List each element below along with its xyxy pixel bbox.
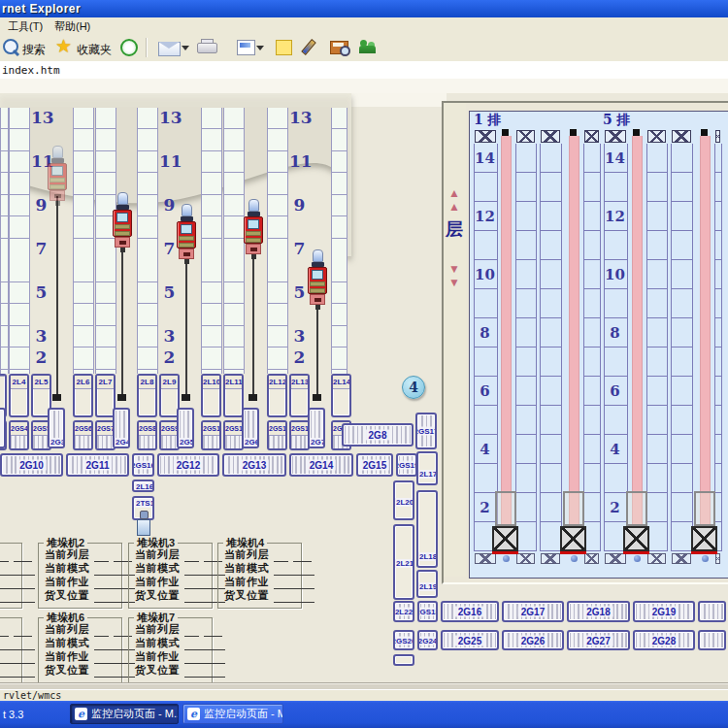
aisle-crane-platform[interactable] [623,526,649,551]
field-label: 当前作业 [135,575,180,589]
conveyor-2G15[interactable]: 2G15 [356,453,393,477]
station-2L12[interactable]: 2L12 [267,374,287,417]
conveyor-2G12[interactable]: 2G12 [157,453,219,477]
aisle-crane-platform[interactable] [691,526,717,551]
rack-level-label: 12 [604,208,626,225]
conveyor-2G19[interactable]: 2G19 [633,601,695,622]
conveyor-2G26[interactable]: 2G26 [502,630,564,650]
conveyor-2G16[interactable]: 2G16 [441,601,499,622]
station-label: 2L7 [97,376,114,389]
conveyor-2G10[interactable]: 2G10 [0,453,63,477]
station-label: 2L17 [418,470,438,479]
rail-foot [52,394,61,401]
arrow-down-icon[interactable]: ▼ [448,262,460,276]
conveyor-partial[interactable] [698,601,726,622]
conveyor-2G24[interactable]: 2G24 [417,630,438,650]
station-2L4[interactable]: 2L4 [9,374,29,417]
rack-level-label: 4 [604,441,626,458]
conveyor-2GS19[interactable]: 2GS19 [396,453,417,477]
edit-dropdown-icon[interactable] [256,46,264,50]
status-text: rvlet/wmcs [3,690,61,701]
shuttle-top [140,511,149,519]
print-icon[interactable] [197,43,217,53]
station-2L11[interactable]: 2L11 [223,374,244,417]
taskbar[interactable]: t 3.3 e监控启动页面 - M...e监控启动页面 - M... [0,701,728,728]
conveyor-2G11[interactable]: 2G11 [66,453,129,477]
transfer-2G5[interactable]: 2G5 [177,408,194,448]
conveyor-2G13[interactable]: 2G13 [222,453,286,477]
station-2L10[interactable]: 2L10 [201,374,221,417]
conveyor-2GS18[interactable]: 2GS18 [417,601,438,622]
transfer-2G7[interactable]: 2G7 [308,408,325,448]
station-2L19[interactable]: 2L19 [416,570,438,598]
conveyor-partial[interactable] [698,630,726,650]
station-2L16[interactable]: 2L16 [132,480,154,492]
conveyor-2GS16[interactable]: 2GS16 [132,453,154,477]
menu-item-help[interactable]: 帮助(H) [50,19,94,34]
panel-field-row: 货叉位置 [0,590,35,603]
station-2GS10[interactable]: 2GS10 [201,420,221,450]
menu-item-tools[interactable]: 工具(T) [4,19,47,34]
transfer-2G4[interactable]: 2G4 [113,408,130,448]
notes-icon[interactable] [276,40,292,55]
conveyor-2G17[interactable]: 2G17 [502,601,564,622]
conveyor-2G28[interactable]: 2G28 [633,630,695,650]
crane-stripe [115,224,130,229]
taskbar-button[interactable]: e监控启动页面 - M... [70,704,179,724]
station-2L6[interactable]: 2L6 [73,374,93,417]
address-bar[interactable]: index.htm [0,61,728,80]
station-label: 2L11 [225,376,242,389]
search-button[interactable]: 搜索 [22,42,46,58]
station-2GS13[interactable]: 2GS13 [289,420,310,450]
level-label: 2 [289,347,310,367]
stacker-crane[interactable] [47,146,68,206]
conveyor-2G8[interactable]: 2G8 [342,423,414,447]
station-2L21[interactable]: 2L21 [393,524,414,600]
stacker-crane[interactable] [176,204,197,264]
station-2GS6[interactable]: 2GS6 [73,420,93,450]
transfer-2G6[interactable]: 2G6 [242,408,259,448]
pen-icon[interactable] [301,39,316,55]
aisle-hoist-frame [694,491,715,526]
station-2L20[interactable]: 2L20 [393,480,414,520]
stacker-crane[interactable] [112,192,133,252]
arrow-down-icon[interactable]: ▼ [448,276,460,289]
zone-marker-badge[interactable]: 4 [402,376,425,399]
aisle-crane-platform[interactable] [560,526,586,551]
transfer-partial[interactable] [0,408,6,448]
conveyor-label: 2G15 [360,460,389,471]
station-2GS8[interactable]: 2GS8 [137,420,157,450]
conveyor-2G25[interactable]: 2G25 [441,630,499,650]
taskbar-button[interactable]: e监控启动页面 - M... [182,704,283,724]
station-2L14[interactable]: 2L14 [331,374,351,417]
conveyor-2G27[interactable]: 2G27 [567,630,630,650]
station-2GS4[interactable]: 2GS4 [9,420,29,450]
station-label: 2L5 [33,376,50,389]
arrow-up-icon[interactable]: ▲ [448,186,460,200]
stacker-crane[interactable] [307,249,328,310]
station-2L17[interactable]: 2L17 [416,451,438,485]
history-icon[interactable] [120,39,138,56]
conveyor-2GS20[interactable]: 2GS20 [393,630,414,650]
station-2L13[interactable]: 2L13 [289,374,310,417]
aisle-crane-platform[interactable] [492,526,518,551]
field-label: 当前列层 [135,622,180,637]
stacker-crane[interactable] [243,199,264,259]
field-value-line [14,551,32,562]
favorites-star-icon[interactable]: ★ [55,35,72,57]
station-2L8[interactable]: 2L8 [137,374,157,417]
favorites-button[interactable]: 收藏夹 [77,42,112,58]
arrow-up-icon[interactable]: ▲ [448,200,460,214]
conveyor-2GS17[interactable]: 2GS17 [415,413,437,449]
window-titlebar[interactable]: rnet Explorer [0,0,728,17]
transfer-2G3[interactable]: 2G3 [48,408,65,448]
conveyor-2L22[interactable]: 2L22 [393,601,414,622]
taskbar-fragment[interactable]: t 3.3 [3,709,23,720]
station-2L18[interactable]: 2L18 [416,490,438,568]
station-2GS12[interactable]: 2GS12 [267,420,287,450]
conveyor-2G18[interactable]: 2G18 [567,601,630,622]
conveyor-2G14[interactable]: 2G14 [289,453,353,477]
mail-dropdown-icon[interactable] [182,46,189,50]
field-value-line [94,551,109,562]
station-2GS11[interactable]: 2GS11 [223,420,244,450]
